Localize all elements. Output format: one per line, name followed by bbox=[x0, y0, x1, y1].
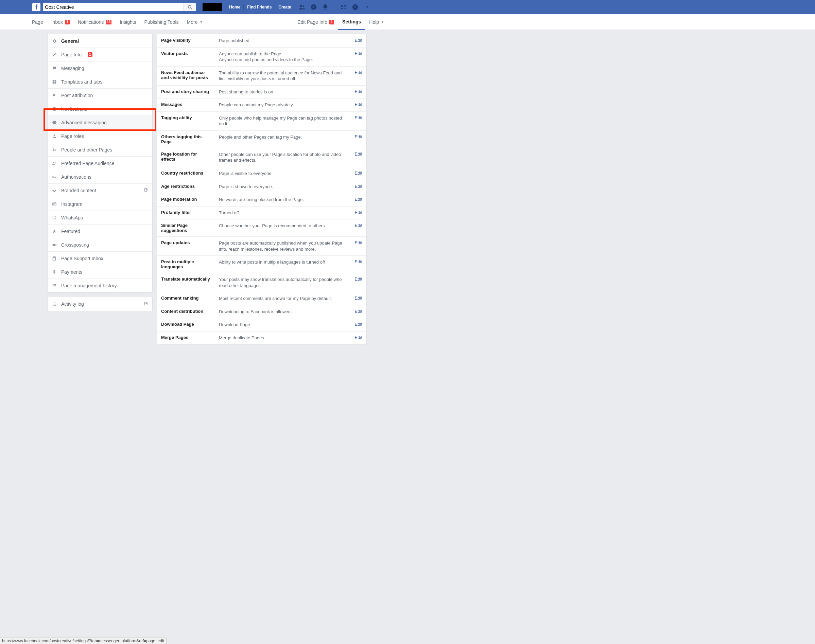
nav-find-friends[interactable]: Find Friends bbox=[244, 3, 275, 11]
edit-link[interactable]: Edit bbox=[355, 134, 362, 139]
edit-link[interactable]: Edit bbox=[355, 38, 362, 43]
people-icon bbox=[52, 147, 57, 152]
edit-link[interactable]: Edit bbox=[355, 170, 362, 176]
sidebar-item-label: Page roles bbox=[61, 133, 84, 139]
quick-help-icon[interactable] bbox=[340, 4, 347, 11]
setting-label: Translate automatically bbox=[161, 276, 212, 282]
settings-panel: Page visibilityPage publishedEditVisitor… bbox=[157, 34, 367, 345]
facebook-logo[interactable]: f bbox=[32, 3, 40, 11]
sidebar-item-authorisations[interactable]: Authorisations bbox=[48, 170, 152, 184]
tab-insights[interactable]: Insights bbox=[115, 14, 140, 29]
tab-settings[interactable]: Settings bbox=[338, 15, 365, 30]
navbar-inner: f Home Find Friends Create bbox=[32, 0, 376, 14]
edit-link[interactable]: Edit bbox=[355, 89, 362, 94]
sidebar-item-activity-log[interactable]: Activity log bbox=[48, 297, 152, 311]
svg-point-20 bbox=[54, 203, 55, 205]
page-info-badge: 1 bbox=[88, 52, 92, 57]
sidebar-item-notifications[interactable]: Notifications bbox=[48, 102, 152, 116]
edit-link[interactable]: Edit bbox=[355, 296, 362, 301]
tab-inbox-label: Inbox bbox=[51, 19, 63, 25]
star-icon bbox=[52, 228, 57, 234]
edit-link[interactable]: Edit bbox=[355, 184, 362, 189]
setting-description: Turned off bbox=[219, 210, 348, 216]
edit-link[interactable]: Edit bbox=[355, 240, 362, 245]
edit-link[interactable]: Edit bbox=[355, 51, 362, 56]
sidebar-item-payments[interactable]: Payments bbox=[48, 265, 152, 279]
setting-label: Visitor posts bbox=[161, 51, 212, 56]
messenger-icon[interactable] bbox=[310, 4, 317, 11]
sidebar-item-messaging[interactable]: Messaging bbox=[48, 61, 152, 75]
edit-link[interactable]: Edit bbox=[355, 223, 362, 228]
edit-link[interactable]: Edit bbox=[355, 276, 362, 282]
sidebar-item-whatsapp[interactable]: WhatsApp bbox=[48, 211, 152, 224]
handshake-icon bbox=[52, 188, 57, 193]
tab-publishing[interactable]: Publishing Tools bbox=[140, 14, 183, 29]
sidebar-item-support-inbox[interactable]: Page Support Inbox bbox=[48, 252, 152, 265]
edit-link[interactable]: Edit bbox=[355, 152, 362, 156]
edit-page-badge: 1 bbox=[329, 20, 334, 25]
tab-inbox[interactable]: Inbox 1 bbox=[47, 14, 74, 29]
edit-link[interactable]: Edit bbox=[355, 322, 362, 327]
edit-link[interactable]: Edit bbox=[355, 259, 362, 264]
help-icon[interactable]: ? bbox=[352, 4, 358, 11]
edit-link[interactable]: Edit bbox=[355, 70, 362, 75]
pencil-icon bbox=[52, 52, 57, 57]
edit-link[interactable]: Edit bbox=[355, 115, 362, 120]
svg-point-16 bbox=[55, 162, 56, 163]
svg-rect-31 bbox=[53, 303, 53, 303]
sidebar-item-templates[interactable]: Templates and tabs bbox=[48, 75, 152, 89]
sidebar-item-label: Crossposting bbox=[61, 242, 89, 248]
sidebar-item-crossposting[interactable]: Crossposting bbox=[48, 238, 152, 252]
svg-point-22 bbox=[53, 216, 56, 219]
sidebar-item-label: Advanced messaging bbox=[61, 120, 107, 125]
tab-more[interactable]: More ▼ bbox=[183, 14, 207, 29]
sidebar-item-people-pages[interactable]: People and other Pages bbox=[48, 143, 152, 156]
tab-help[interactable]: Help ▼ bbox=[365, 14, 388, 29]
flag-icon bbox=[52, 93, 57, 98]
setting-description: Only people who help manage my Page can … bbox=[219, 115, 348, 127]
sidebar-item-branded-content[interactable]: Branded content bbox=[48, 184, 152, 197]
profile-redacted[interactable] bbox=[203, 3, 222, 11]
audience-icon bbox=[52, 161, 57, 166]
sidebar-item-featured[interactable]: Featured bbox=[48, 224, 152, 238]
setting-row: Page moderationNo words are being blocke… bbox=[157, 193, 366, 207]
edit-link[interactable]: Edit bbox=[355, 309, 362, 314]
edit-link[interactable]: Edit bbox=[355, 197, 362, 202]
tab-page[interactable]: Page bbox=[28, 14, 47, 29]
setting-label: Post in multiple languages bbox=[161, 259, 212, 269]
svg-rect-30 bbox=[54, 286, 57, 287]
tab-notifications[interactable]: Notifications 13 bbox=[74, 14, 115, 29]
sidebar-item-label: Post attribution bbox=[61, 93, 93, 98]
setting-description: Merge duplicate Pages bbox=[219, 335, 348, 341]
sidebar-item-advanced-messaging[interactable]: Advanced messaging bbox=[48, 116, 152, 129]
sidebar-item-preferred-audience[interactable]: Preferred Page Audience bbox=[48, 156, 152, 170]
edit-link[interactable]: Edit bbox=[355, 210, 362, 215]
sidebar-item-management-history[interactable]: Page management history bbox=[48, 279, 152, 293]
svg-point-4 bbox=[341, 5, 343, 7]
sidebar-item-post-attribution[interactable]: Post attribution bbox=[48, 89, 152, 102]
account-menu-caret-icon[interactable] bbox=[365, 5, 369, 9]
top-navbar: f Home Find Friends Create bbox=[0, 0, 815, 14]
nav-create[interactable]: Create bbox=[275, 3, 294, 11]
setting-description: Page is visible to everyone. bbox=[219, 170, 348, 176]
edit-link[interactable]: Edit bbox=[355, 335, 362, 340]
search-button[interactable] bbox=[183, 3, 196, 11]
sidebar-item-label: WhatsApp bbox=[61, 215, 83, 221]
setting-row: MessagesPeople can contact my Page priva… bbox=[157, 98, 366, 112]
sidebar-item-label: Authorisations bbox=[61, 174, 91, 180]
notifications-icon[interactable] bbox=[322, 4, 329, 11]
nav-home[interactable]: Home bbox=[226, 3, 244, 11]
edit-link[interactable]: Edit bbox=[355, 102, 362, 107]
sidebar-item-page-info[interactable]: Page Info 1 bbox=[48, 48, 152, 61]
friend-requests-icon[interactable] bbox=[299, 4, 306, 11]
setting-description: Post sharing to stories is on bbox=[219, 89, 348, 95]
svg-point-13 bbox=[53, 148, 54, 149]
setting-label: Similar Page suggestions bbox=[161, 223, 212, 233]
setting-row: Post in multiple languagesAbility to wri… bbox=[157, 256, 366, 273]
search-input[interactable] bbox=[43, 3, 183, 11]
sidebar-item-general[interactable]: General bbox=[48, 34, 152, 48]
sidebar-item-page-roles[interactable]: Page roles bbox=[48, 129, 152, 143]
tab-edit-page-info[interactable]: Edit Page Info 1 bbox=[293, 14, 338, 29]
sidebar-item-instagram[interactable]: Instagram bbox=[48, 197, 152, 211]
setting-description: The ability to narrow the potential audi… bbox=[219, 70, 348, 82]
